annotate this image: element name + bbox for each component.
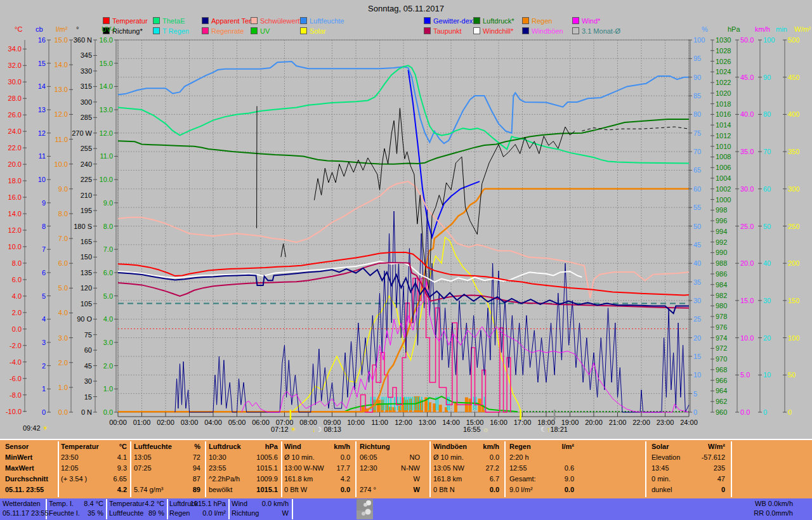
axis-label-%: 5 [693,390,697,398]
axis-label-°C: 6.0 [12,276,22,283]
sunset-annotation: 16:55 ☼ [463,426,489,433]
axis-unit-l/m²: l/m² [56,25,67,33]
axis-unit-hPa: hPa [728,25,740,33]
axis-label-W/m²: 100 [788,334,799,342]
axis-label-°: 105 [81,300,92,308]
axis-label-°C: 24.0 [8,127,22,135]
axis-label-%: 80 [693,110,701,118]
axis-label-%: 45 [693,241,701,249]
sunrise-annotation: 07:12 ☀ [271,426,296,434]
axis-label-UV-I: 0.0 [103,408,113,416]
x-axis-label: 10:00 [343,419,369,426]
axis-label-hPa: 998 [716,206,727,214]
axis-label-UV-I: 5.0 [103,292,113,300]
x-axis-label: 00:00 [105,419,131,426]
axis-label-%: 25 [693,315,701,323]
axis-label-%: 60 [693,185,701,193]
x-axis-label: 16:00 [486,419,511,426]
axis-label-l/m²: 4.0 [58,309,68,316]
weather-webcam-thumbnail [357,499,373,519]
axis-label-UV-I: 10.0 [100,176,113,183]
axis-label-hPa: 1028 [716,47,731,55]
x-axis-label: 17:00 [510,419,535,426]
x-axis-label: 05:00 [225,419,250,426]
x-axis-label: 21:00 [605,419,631,426]
x-axis-label: 22:00 [629,419,654,426]
axis-label-l/m²: 1.0 [58,384,68,391]
axis-label-cb: 10 [38,176,46,183]
axis-label-hPa: 1002 [716,185,731,193]
axis-label-°: 0 N [81,408,92,416]
axis-label-%: 95 [693,55,701,62]
series-windboeen [175,210,689,412]
x-axis-label: 20:00 [581,419,606,426]
axis-label-cb: 6 [42,269,46,276]
axis-label-°C: 22.0 [8,144,22,152]
axis-label-°C: 2.0 [12,309,22,316]
axis-label-°C: -10.0 [6,408,22,415]
axis-label-cb: 15 [38,60,46,67]
series-richtung [281,244,286,257]
axis-label-km/h: 15.0 [740,297,754,304]
x-axis-label: 23:00 [653,419,678,426]
axis-label-hPa: 1006 [716,164,731,171]
series-wind [242,280,689,412]
axis-label-l/m²: 12.0 [55,110,68,118]
axis-label-hPa: 1030 [716,36,731,44]
axis-label-%: 35 [693,278,701,286]
axis-label-cb: 3 [42,339,46,346]
table-cell: W/m² [0,443,725,452]
sun-icon: ☀ [43,424,49,432]
axis-label-min: 70 [763,148,771,155]
axis-label-hPa: 1004 [716,174,731,182]
axis-unit-%: % [702,25,708,33]
axis-label-min: 10 [763,371,771,379]
axis-label-min: 0 [763,408,767,416]
axis-label-min: 50 [763,223,771,230]
axis-label-°: 135 [81,269,92,276]
axis-label-W/m²: 50 [788,371,796,379]
axis-label-°: 15 [84,393,92,401]
axis-label-hPa: 992 [716,238,727,246]
sunset-sun-icon: ☼ [483,426,489,433]
axis-label-min: 30 [763,297,771,304]
morning-time-label: 09:42 ☀ [23,424,48,432]
axis-unit-°: ° [76,25,79,33]
x-axis-label: 11:00 [367,419,393,426]
axis-label-cb: 8 [42,223,46,230]
axis-label-hPa: 1024 [716,68,731,75]
axis-label-°: 180 S [74,223,92,230]
axis-label-°C: -8.0 [10,391,22,399]
axis-label-°: 90 O [77,315,92,323]
axis-label-°: 300 [81,98,92,106]
axis-label-%: 100 [693,36,705,44]
axis-label-l/m²: 2.0 [58,359,68,367]
x-axis-label: 04:00 [200,419,226,426]
axis-label-°: 255 [81,145,92,152]
axis-label-°: 165 [81,238,92,245]
axis-label-W/m²: 150 [788,297,799,304]
x-axis-label: 14:00 [438,419,464,426]
axis-unit-cb: cb [36,25,43,33]
axis-label-°: 30 [84,377,92,385]
table-cell: 0 [0,486,725,495]
axis-label-°: 195 [81,207,92,214]
axis-label-°: 45 [84,362,92,370]
axis-label-W/m²: 200 [788,259,799,267]
x-axis-label: 06:00 [248,419,273,426]
axis-label-cb: 13 [38,106,46,114]
axis-label-hPa: 984 [716,281,727,289]
axis-label-%: 40 [693,259,701,267]
axis-unit-min: min [776,25,787,33]
footer-value: 0.0 km/h [0,500,289,509]
axis-label-min: 60 [763,185,771,193]
axis-label-UV-I: 3.0 [103,339,113,346]
axis-label-%: 75 [693,129,701,137]
axis-label-km/h: 20.0 [740,259,754,267]
axis-label-W/m²: 450 [788,74,799,81]
bar-regen-bars [377,400,380,412]
axis-label-UV-I: 1.0 [103,385,113,393]
wb-speed-readout: WB 0.0km/h [755,500,793,509]
axis-label-°C: 32.0 [8,62,22,69]
series-schwuelewert [118,181,689,298]
